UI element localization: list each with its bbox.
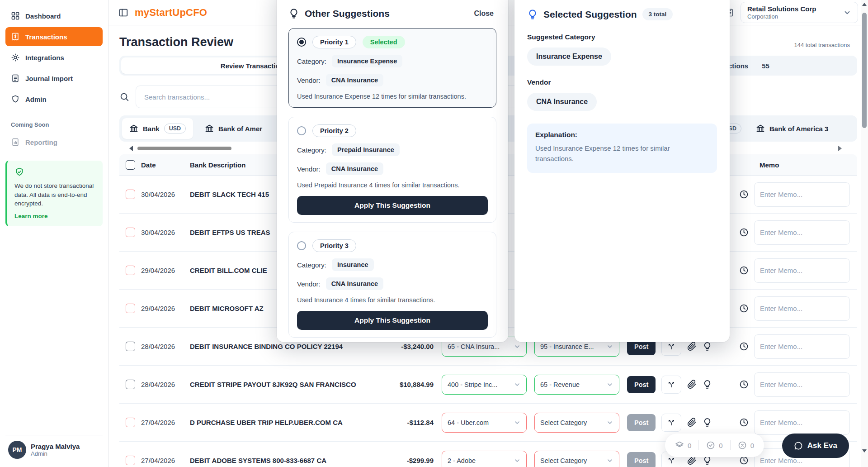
priority-badge: Priority 3 <box>312 239 356 252</box>
priority-badge: Priority 1 <box>312 36 356 48</box>
clock-icon[interactable] <box>739 418 749 427</box>
scroll-down-arrow[interactable] <box>862 449 867 453</box>
suggestion-radio[interactable] <box>297 126 306 135</box>
user-profile[interactable]: PM Pragya Malviya Admin <box>5 435 103 462</box>
attachment-icon[interactable] <box>687 418 697 427</box>
memo-input[interactable] <box>754 334 850 359</box>
status-counts-bar: 0 0 0 <box>665 434 764 457</box>
row-checkbox[interactable] <box>126 266 135 275</box>
memo-input[interactable] <box>754 410 850 435</box>
memo-input[interactable] <box>754 372 850 397</box>
explanation-label: Explanation: <box>535 131 709 139</box>
tab-other-transactions[interactable]: ctions 55 <box>728 56 769 76</box>
app-logo: myStartUpCFO <box>135 7 207 19</box>
suggestion-card-priority-3[interactable]: Priority 3 Category:Insurance Vendor:CNA… <box>288 232 496 338</box>
transaction-description: D PURCHASE UBER TRIP HELP.UBER.COM CA <box>190 419 391 426</box>
memo-input[interactable] <box>754 296 850 321</box>
sidebar-item-admin[interactable]: Admin <box>5 90 103 109</box>
close-button[interactable]: Close <box>471 9 496 18</box>
chevron-down-icon <box>606 457 613 464</box>
coming-soon-label: Coming Soon <box>11 121 97 128</box>
suggestion-lightbulb-icon[interactable] <box>703 380 712 389</box>
vendor-select[interactable]: 2 - Adobe <box>442 451 527 467</box>
row-checkbox[interactable] <box>126 304 135 313</box>
vendor-label: Vendor: <box>297 280 321 288</box>
sidebar-item-label: Integrations <box>25 54 64 62</box>
vendor-value: CNA Insurance <box>326 277 383 290</box>
memo-input[interactable] <box>754 182 850 207</box>
suggestion-lightbulb-icon[interactable] <box>703 418 712 427</box>
clock-icon[interactable] <box>739 456 749 465</box>
sidebar-item-journal-import[interactable]: Journal Import <box>5 69 103 88</box>
modal-title: Other Suggestions <box>305 8 390 19</box>
row-checkbox[interactable] <box>126 228 135 237</box>
org-type: Corporation <box>747 13 816 20</box>
org-selector[interactable]: Retail Solutions Corp Corporation <box>741 2 858 23</box>
attachment-icon[interactable] <box>687 456 697 465</box>
vertical-scrollbar[interactable] <box>861 0 868 467</box>
row-checkbox[interactable] <box>126 418 135 427</box>
horizontal-scroll-thumb[interactable] <box>137 147 231 150</box>
post-button[interactable]: Post <box>627 376 656 393</box>
sidebar-item-dashboard[interactable]: Dashboard <box>5 6 103 25</box>
memo-input[interactable] <box>754 220 850 245</box>
row-checkbox[interactable] <box>126 190 135 199</box>
scroll-up-arrow[interactable] <box>862 3 867 6</box>
vendor-select[interactable]: 64 - Uber.com <box>442 413 527 433</box>
row-checkbox[interactable] <box>126 456 135 465</box>
apply-suggestion-button[interactable]: Apply This Suggestion <box>297 196 488 215</box>
category-value: Insurance Expense <box>332 55 402 67</box>
suggestion-card-priority-2[interactable]: Priority 2 Category:Prepaid Insurance Ve… <box>288 117 496 223</box>
clock-icon[interactable] <box>739 228 749 237</box>
category-select[interactable]: Select Category <box>534 413 619 433</box>
explanation-text: Used Insurance Expense 12 times for simi… <box>535 143 709 164</box>
divider <box>698 440 699 450</box>
scroll-right-arrow[interactable] <box>838 146 842 151</box>
category-select[interactable]: Select Category <box>534 451 619 467</box>
category-select[interactable]: 65 - Revenue <box>534 375 619 395</box>
x-circle-icon <box>738 441 747 450</box>
split-transaction-button[interactable] <box>661 376 681 394</box>
suggestion-radio-selected[interactable] <box>297 38 306 47</box>
ask-eva-button[interactable]: Ask Eva <box>782 434 849 458</box>
user-role: Admin <box>31 450 80 457</box>
tab-count: 55 <box>762 62 769 70</box>
grid-icon <box>11 11 20 20</box>
category-value: Insurance <box>332 258 374 271</box>
clock-icon[interactable] <box>739 190 749 199</box>
apply-suggestion-button[interactable]: Apply This Suggestion <box>297 311 488 330</box>
scroll-left-arrow[interactable] <box>129 146 133 151</box>
row-checkbox[interactable] <box>126 380 135 389</box>
post-button-disabled: Post <box>627 452 656 467</box>
bank-tab-bank-of-america[interactable]: Bank of Amer <box>198 118 269 139</box>
attachment-icon[interactable] <box>687 342 697 351</box>
sidebar-toggle-icon[interactable] <box>118 8 128 18</box>
clock-icon[interactable] <box>739 380 749 389</box>
attachment-icon[interactable] <box>687 380 697 389</box>
clock-icon[interactable] <box>739 304 749 313</box>
clock-icon[interactable] <box>739 266 749 275</box>
selected-badge: Selected <box>363 36 405 48</box>
sidebar-item-integrations[interactable]: Integrations <box>5 48 103 67</box>
currency-badge: USD <box>164 124 186 133</box>
vendor-select[interactable]: 400 - Stripe Inc... <box>442 375 527 395</box>
suggestion-lightbulb-icon[interactable] <box>703 456 712 465</box>
suggestion-lightbulb-icon[interactable] <box>703 342 712 351</box>
bank-tab-bank-of-america-3[interactable]: Bank of America 3 <box>749 118 854 139</box>
suggestion-radio[interactable] <box>297 241 306 250</box>
transaction-date: 29/04/2026 <box>141 305 190 312</box>
bank-tab-bank-usd[interactable]: Bank USD <box>122 118 193 139</box>
row-checkbox[interactable] <box>126 342 135 351</box>
transaction-date: 29/04/2026 <box>141 267 190 274</box>
memo-input[interactable] <box>754 258 850 283</box>
sidebar-item-reporting: Reporting <box>5 133 103 152</box>
org-name: Retail Solutions Corp <box>747 5 816 13</box>
sidebar-item-transactions[interactable]: Transactions <box>5 27 103 46</box>
split-transaction-button[interactable] <box>661 414 681 432</box>
suggestion-card-priority-1[interactable]: Priority 1 Selected Category:Insurance E… <box>288 28 496 108</box>
learn-more-link[interactable]: Learn more <box>14 213 48 219</box>
vertical-scroll-thumb[interactable] <box>862 13 867 128</box>
clock-icon[interactable] <box>739 342 749 351</box>
transaction-amount: $10,884.99 <box>391 381 442 388</box>
select-all-checkbox[interactable] <box>126 160 135 170</box>
